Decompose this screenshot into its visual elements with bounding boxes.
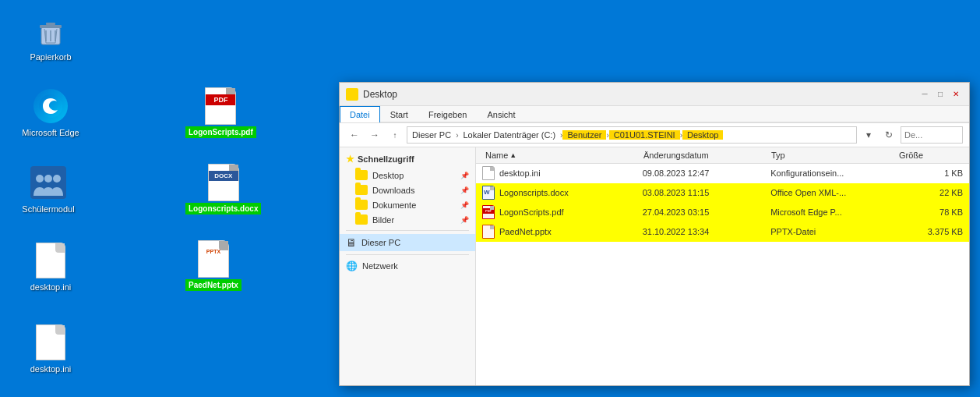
schnellzugriff-header[interactable]: ★ Schnellzugriff <box>340 151 475 168</box>
recycle-bin-icon <box>32 12 69 49</box>
ribbon-tabs: Datei Start Freigeben Ansicht <box>340 106 969 122</box>
svg-point-9 <box>44 175 52 183</box>
pdf-row-icon <box>482 205 495 219</box>
bilder-folder-icon <box>355 214 368 225</box>
bilder-pin-icon: 📌 <box>460 216 469 224</box>
pdf-file-icon: PDF <box>205 87 236 125</box>
ini-icon-2 <box>32 324 69 361</box>
file-size-logonscripts-pdf: 78 KB <box>899 207 963 217</box>
nav-dokumente-label: Dokumente <box>372 200 416 210</box>
svg-point-10 <box>53 175 61 183</box>
tab-ansicht[interactable]: Ansicht <box>477 106 525 122</box>
tab-datei[interactable]: Datei <box>340 106 380 122</box>
up-button[interactable]: ↑ <box>386 126 404 144</box>
bc-c01u01[interactable]: C01U01.STEINI <box>609 130 680 140</box>
pdf-file-label: LogonScripts.pdf <box>185 126 256 138</box>
nav-netzwerk-label: Netzwerk <box>362 261 398 271</box>
bc-lokaler-datentraeger[interactable]: Lokaler Datenträger (C:) <box>458 130 560 140</box>
file-type-paednet-pptx: PPTX-Datei <box>770 227 899 236</box>
desktop-icon-ini-1[interactable]: desktop.ini <box>19 242 82 292</box>
file-row-paednet-pptx[interactable]: PaedNet.pptx 31.10.2022 13:34 PPTX-Datei… <box>476 222 969 242</box>
col-header-type[interactable]: Typ <box>768 149 896 161</box>
desktop-icon-logonscripts-docx[interactable]: DOCX Logonscripts.docx <box>185 164 261 214</box>
desktop-icon-edge[interactable]: Microsoft Edge <box>19 87 82 138</box>
desktop-icon-recycle-bin[interactable]: Papierkorb <box>19 12 82 62</box>
bc-dieser-pc[interactable]: Dieser PC <box>407 130 456 140</box>
ini-label-1: desktop.ini <box>30 282 72 292</box>
docx-row-icon <box>482 186 495 200</box>
svg-rect-12 <box>347 90 351 93</box>
downloads-pin-icon: 📌 <box>460 186 469 194</box>
col-header-date[interactable]: Änderungsdatum <box>640 149 768 161</box>
svg-point-8 <box>36 175 44 183</box>
nav-desktop-label: Desktop <box>372 171 404 180</box>
file-name-paednet-pptx: PaedNet.pptx <box>482 225 643 239</box>
desktop-icon-ini-2[interactable]: desktop.ini <box>19 324 82 374</box>
file-row-desktop-ini[interactable]: desktop.ini 09.08.2023 12:47 Konfigurati… <box>476 164 969 183</box>
edge-icon <box>32 87 69 125</box>
netzwerk-icon: 🌐 <box>346 261 358 271</box>
navigation-pane: ★ Schnellzugriff Desktop 📌 Downloads 📌 D… <box>340 147 476 385</box>
file-date-desktop-ini: 09.08.2023 12:47 <box>643 168 771 178</box>
explorer-window-icon <box>346 88 358 101</box>
edge-label: Microsoft Edge <box>22 128 79 138</box>
nav-item-netzwerk[interactable]: 🌐 Netzwerk <box>340 258 475 274</box>
file-size-logonscripts-docx: 22 KB <box>899 188 963 197</box>
svg-rect-1 <box>40 25 62 28</box>
downloads-folder-icon <box>355 185 368 195</box>
file-type-logonscripts-pdf: Microsoft Edge P... <box>770 207 899 217</box>
nav-item-dieser-pc[interactable]: 🖥 Dieser PC <box>340 234 475 251</box>
nav-item-bilder[interactable]: Bilder 📌 <box>340 212 475 227</box>
desktop-pin-icon: 📌 <box>460 172 469 179</box>
file-name-logonscripts-docx: Logonscripts.docx <box>482 186 643 200</box>
svg-rect-2 <box>46 23 55 25</box>
file-name-logonscripts-pdf: LogonScripts.pdf <box>482 205 643 219</box>
file-list-header: Name ▲ Änderungsdatum Typ Größe <box>476 147 969 164</box>
ribbon: Datei Start Freigeben Ansicht <box>340 106 969 123</box>
nav-dieser-pc-label: Dieser PC <box>361 238 400 247</box>
bc-desktop[interactable]: Desktop <box>682 130 723 140</box>
nav-item-dokumente[interactable]: Dokumente 📌 <box>340 197 475 212</box>
window-controls: ─ □ ✕ <box>918 87 963 101</box>
file-list: Name ▲ Änderungsdatum Typ Größe desktop.… <box>476 147 969 385</box>
file-date-logonscripts-pdf: 27.04.2023 03:15 <box>643 207 771 217</box>
dropdown-button[interactable]: ▾ <box>860 126 877 144</box>
nav-downloads-label: Downloads <box>372 186 414 195</box>
title-bar: Desktop ─ □ ✕ <box>340 83 969 106</box>
sort-arrow: ▲ <box>509 151 516 159</box>
close-button[interactable]: ✕ <box>949 87 963 101</box>
file-date-logonscripts-docx: 03.08.2023 11:15 <box>643 188 771 197</box>
window-title: Desktop <box>363 89 918 100</box>
col-header-name[interactable]: Name ▲ <box>482 149 640 161</box>
tab-start[interactable]: Start <box>380 106 418 122</box>
nav-item-desktop[interactable]: Desktop 📌 <box>340 168 475 183</box>
pptx-file-icon: PPTX <box>198 240 229 278</box>
desktop-icon-schulermodul[interactable]: Schülermodul <box>17 164 79 214</box>
file-size-paednet-pptx: 3.375 KB <box>899 227 963 236</box>
col-header-size[interactable]: Größe <box>896 149 963 161</box>
desktop-icon-paednet-pptx[interactable]: PPTX PaedNet.pptx <box>185 240 241 291</box>
maximize-button[interactable]: □ <box>933 87 947 101</box>
file-row-logonscripts-docx[interactable]: Logonscripts.docx 03.08.2023 11:15 Offic… <box>476 183 969 203</box>
docx-file-icon: DOCX <box>208 164 239 201</box>
star-icon: ★ <box>346 154 354 165</box>
refresh-button[interactable]: ↻ <box>880 126 897 144</box>
content-area: ★ Schnellzugriff Desktop 📌 Downloads 📌 D… <box>340 147 969 385</box>
address-breadcrumb[interactable]: Dieser PC › Lokaler Datenträger (C:) › B… <box>407 126 857 144</box>
minimize-button[interactable]: ─ <box>918 87 932 101</box>
tab-freigeben[interactable]: Freigeben <box>418 106 478 122</box>
desktop-folder-icon <box>355 170 368 180</box>
recycle-bin-label: Papierkorb <box>30 52 71 62</box>
search-input[interactable] <box>901 126 963 144</box>
bc-benutzer[interactable]: Benutzer <box>562 130 606 140</box>
nav-item-downloads[interactable]: Downloads 📌 <box>340 183 475 197</box>
schulermodul-icon <box>30 164 67 201</box>
explorer-window: Desktop ─ □ ✕ Datei Start Freigeben Ansi… <box>339 82 970 386</box>
desktop-icon-logonscripts-pdf[interactable]: PDF LogonScripts.pdf <box>185 87 256 138</box>
nav-divider-2 <box>346 254 469 255</box>
docx-file-label: Logonscripts.docx <box>185 203 261 214</box>
schnellzugriff-label: Schnellzugriff <box>358 154 414 164</box>
back-button[interactable]: ← <box>346 126 363 144</box>
forward-button[interactable]: → <box>366 126 383 144</box>
file-row-logonscripts-pdf[interactable]: LogonScripts.pdf 27.04.2023 03:15 Micros… <box>476 203 969 222</box>
